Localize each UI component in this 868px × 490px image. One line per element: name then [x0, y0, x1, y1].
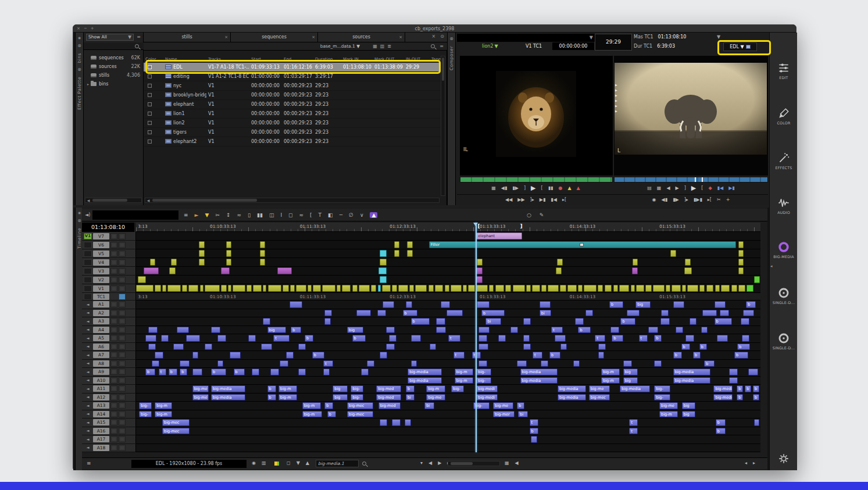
track-button-A16[interactable]: A16	[93, 428, 109, 434]
clip-big-m[interactable]: big-m	[455, 369, 473, 375]
clip[interactable]	[476, 285, 487, 292]
track-lane-A9[interactable]: btbbbbbig-mediabig-mbig-big-mediabig-mbi…	[136, 368, 760, 377]
clip-big-m[interactable]: big-m	[155, 402, 172, 409]
clip-big-media[interactable]: big-media	[408, 369, 442, 375]
tool-icon[interactable]: I	[280, 212, 282, 218]
clip[interactable]	[633, 259, 638, 266]
clip[interactable]	[560, 344, 567, 350]
clip-big-m[interactable]: big-m	[302, 402, 321, 409]
clip[interactable]	[671, 285, 680, 292]
toolbar-item-audio[interactable]: AUDIO	[770, 196, 798, 214]
clip-b[interactable]: b	[517, 402, 524, 409]
clip-b[interactable]: b	[620, 318, 635, 325]
clip[interactable]	[446, 310, 463, 317]
track-lane-A16[interactable]: big-mecbtb	[136, 427, 760, 436]
speaker-icon[interactable]: ◄	[84, 336, 92, 341]
overwrite-icon[interactable]: ▲	[577, 184, 580, 192]
track-lane-V1[interactable]	[136, 284, 760, 293]
master-timecode-row[interactable]: Mas TC101:13:08:10	[634, 34, 721, 40]
clip-b[interactable]: b	[481, 310, 505, 317]
track-monitor-button[interactable]	[119, 327, 126, 333]
clip-b[interactable]: b	[612, 335, 623, 342]
tool-icon[interactable]: ✂	[215, 212, 220, 218]
clip[interactable]	[632, 267, 638, 274]
clip-big-media[interactable]: big-media	[211, 394, 245, 401]
track-lane-V5[interactable]	[136, 249, 760, 258]
record-position-bar[interactable]	[614, 177, 768, 183]
clip[interactable]	[162, 285, 166, 292]
toolbar-item-effects[interactable]: EFFECTS	[770, 152, 798, 170]
track-button-A14[interactable]: A14	[93, 411, 109, 417]
bin-row-brooklyn-bridge[interactable]: brooklyn-bridgeV100:00:00:0000:00:29:232…	[144, 91, 441, 100]
clip[interactable]	[476, 276, 483, 283]
clip-Filler[interactable]: Filler	[429, 241, 736, 248]
scroll-thumb[interactable]	[92, 199, 127, 202]
clip[interactable]	[715, 285, 720, 292]
settings-button[interactable]	[770, 452, 798, 465]
clip-big-media[interactable]: big-media	[673, 377, 710, 384]
clip-b[interactable]: b	[411, 318, 430, 325]
clip[interactable]	[435, 285, 443, 292]
clip[interactable]	[394, 241, 400, 248]
clip[interactable]	[540, 301, 551, 308]
tab-stills[interactable]: stills×	[144, 33, 231, 42]
clip[interactable]	[136, 285, 153, 292]
clip[interactable]	[253, 285, 262, 292]
clip[interactable]	[754, 419, 759, 426]
track-lane-A15[interactable]: big-mecttb	[136, 419, 760, 427]
clip[interactable]	[226, 259, 232, 266]
track-lane-A2[interactable]: bbbi	[136, 309, 760, 318]
transport-icon[interactable]: [	[541, 184, 543, 192]
column-tracks[interactable]: Tracks	[206, 57, 249, 62]
clip-b[interactable]: b	[737, 394, 743, 401]
tab-sources[interactable]: sources×	[318, 33, 405, 42]
track-button-A17[interactable]: A17	[93, 436, 109, 442]
close-icon[interactable]: ×	[224, 33, 228, 42]
track-monitor-button[interactable]	[119, 419, 126, 425]
track-lane-A17[interactable]	[136, 435, 760, 444]
tool-icon[interactable]: ◻	[288, 212, 292, 218]
track-tool-button[interactable]	[110, 377, 117, 384]
track-tool-button[interactable]	[110, 402, 117, 409]
track-button-A13[interactable]: A13	[93, 402, 109, 409]
close-icon[interactable]: ×	[432, 34, 436, 39]
clip[interactable]	[510, 327, 518, 334]
transport-icon[interactable]: +	[726, 196, 730, 204]
clip[interactable]	[173, 344, 183, 350]
clip-big-media[interactable]: big-media	[558, 394, 586, 401]
clip[interactable]	[436, 318, 445, 325]
clip-big-med[interactable]: big-med	[376, 385, 401, 392]
timeline-clips-area[interactable]: 3:1301:10:33:1301:11:33:1301:12:33:1301:…	[136, 223, 760, 452]
transport-icon[interactable]: ▶	[676, 184, 679, 192]
track-button-A12[interactable]: A12	[93, 394, 109, 400]
track-monitor-button[interactable]	[119, 318, 126, 324]
clip[interactable]	[247, 285, 252, 292]
column-color[interactable]: Color	[144, 57, 163, 62]
clip-big-[interactable]: big-	[351, 394, 363, 401]
clip[interactable]	[148, 344, 156, 350]
clip-big[interactable]: big	[635, 301, 651, 308]
track-button-A5[interactable]: A5	[93, 335, 109, 341]
clip[interactable]	[513, 285, 525, 292]
track-monitor-button[interactable]	[119, 344, 126, 350]
checkbox[interactable]	[148, 140, 152, 144]
close-icon[interactable]: ×	[399, 33, 402, 42]
clip[interactable]	[290, 285, 295, 292]
clip[interactable]	[676, 327, 683, 334]
track-lane-V2[interactable]	[136, 276, 760, 284]
clip-b[interactable]: b	[716, 419, 726, 426]
tool-icon[interactable]: ≈	[237, 212, 241, 218]
clip[interactable]	[706, 285, 714, 292]
speaker-icon[interactable]: ◄	[84, 420, 92, 425]
timeline-search-input[interactable]	[316, 460, 359, 467]
clip-big[interactable]: big	[347, 327, 363, 334]
bin-row-elephant[interactable]: elephantV100:00:00:0000:00:29:2329:23	[144, 100, 441, 109]
track-tool-button[interactable]	[110, 428, 117, 434]
clip[interactable]	[177, 327, 189, 334]
clip[interactable]	[478, 335, 487, 342]
track-tool-button[interactable]	[110, 233, 117, 239]
dock-tab-timeline[interactable]: Timeline	[77, 228, 82, 249]
source-track-box[interactable]	[84, 285, 92, 292]
clip[interactable]	[720, 310, 729, 317]
clip-big[interactable]: big	[682, 411, 696, 418]
